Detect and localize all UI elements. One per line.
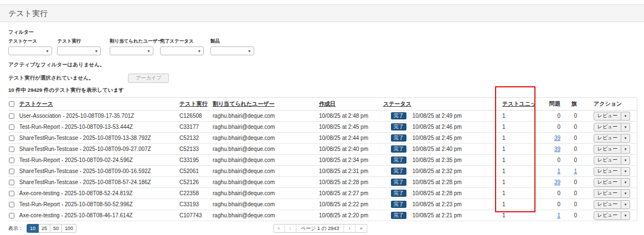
created-date: 10/08/25 at 2:20 pm: [319, 210, 383, 221]
pagination: « ‹ ページ 1 の 2943 › »: [273, 224, 367, 233]
next-page-button[interactable]: ›: [344, 224, 356, 233]
review-button[interactable]: レビュー: [594, 156, 621, 165]
issues-count[interactable]: 39: [554, 146, 560, 152]
review-button[interactable]: レビュー: [594, 112, 621, 121]
review-button[interactable]: レビュー: [594, 211, 621, 220]
review-button[interactable]: レビュー: [594, 200, 621, 209]
created-date: 10/08/25 at 2:48 pm: [319, 111, 383, 122]
review-dropdown-button[interactable]: ▾: [621, 156, 630, 165]
test-run-id: C52061: [179, 166, 213, 177]
created-date: 10/08/25 at 2:27 pm: [319, 188, 383, 199]
assigned-user-email: raghu.bhairi@deque.com: [213, 155, 319, 166]
review-button[interactable]: レビュー: [594, 178, 621, 187]
review-dropdown-button[interactable]: ▾: [621, 112, 630, 121]
review-button[interactable]: レビュー: [594, 189, 621, 198]
test-run-id: C33177: [179, 122, 213, 133]
completed-date: 10/08/25 at 2:23 pm: [413, 201, 462, 207]
row-checkbox[interactable]: [9, 147, 14, 152]
select-all-checkbox[interactable]: [9, 101, 14, 107]
caret-down-icon: ▾: [625, 213, 627, 217]
row-checkbox[interactable]: [9, 202, 14, 207]
header-test-run[interactable]: テスト実行: [179, 101, 208, 107]
review-dropdown-button[interactable]: ▾: [621, 134, 630, 143]
review-dropdown-button[interactable]: ▾: [621, 211, 630, 220]
page-size-10-button[interactable]: 10: [27, 224, 39, 233]
testcase-name: ShareTestRun-Testcase - 2025-10-08T08-57…: [19, 179, 151, 185]
issues-count[interactable]: 39: [554, 135, 560, 141]
issues-count[interactable]: 39: [554, 179, 560, 185]
completed-date: 10/08/25 at 2:35 pm: [413, 157, 462, 163]
caret-down-icon: ▾: [625, 147, 627, 151]
completed-date: 10/08/25 at 2:49 pm: [413, 113, 462, 119]
filter-select-completion-status[interactable]: ▼: [160, 46, 204, 55]
table-row: Test-Run-Report - 2025-10-08T09-02-24.59…: [8, 155, 637, 166]
review-dropdown-button[interactable]: ▾: [621, 189, 630, 198]
row-checkbox[interactable]: [9, 135, 14, 141]
review-dropdown-button[interactable]: ▾: [621, 167, 630, 176]
row-checkbox[interactable]: [9, 124, 14, 130]
header-status[interactable]: ステータス: [383, 101, 411, 107]
test-run-id: C33195: [179, 155, 213, 166]
test-run-id: C126508: [179, 111, 213, 122]
header-issues: 問題: [549, 101, 560, 107]
issues-count[interactable]: 1: [557, 212, 560, 218]
testcase-name: Test-Run-Report - 2025-10-08T09-13-53.44…: [19, 124, 133, 130]
none-selected-text: テスト実行が選択されていません。: [8, 75, 94, 82]
row-checkbox[interactable]: [9, 191, 14, 196]
page-size-100-button[interactable]: 100: [62, 224, 76, 233]
flags-count: 0: [574, 179, 577, 185]
last-page-button[interactable]: »: [356, 224, 367, 233]
issues-count: 0: [557, 113, 560, 119]
page-size-25-button[interactable]: 25: [39, 224, 50, 233]
test-units-count: 1: [497, 166, 535, 177]
test-units-count: 1: [497, 188, 535, 199]
review-dropdown-button[interactable]: ▾: [621, 200, 630, 209]
archive-button[interactable]: アーカイブ: [128, 74, 169, 83]
completed-date: 10/08/25 at 2:40 pm: [413, 146, 462, 152]
prev-page-button[interactable]: ‹: [285, 224, 296, 233]
assigned-user-email: raghu.bhairi@deque.com: [213, 133, 319, 144]
caret-down-icon: ▾: [625, 114, 627, 118]
review-button-group: レビュー ▾: [594, 112, 630, 121]
created-date: 10/08/25 at 2:40 pm: [319, 144, 383, 155]
table-header-row: テストケース テスト実行 割り当てられたユーザー 作成日 ステータス テストユニ…: [8, 98, 637, 111]
table-row: Test-Run-Report - 2025-10-08T09-13-53.44…: [8, 122, 637, 133]
testcase-name: User-Association - 2025-10-08T09-17-35.7…: [19, 113, 134, 119]
test-run-id: C22358: [179, 188, 213, 199]
review-button[interactable]: レビュー: [594, 145, 621, 154]
issues-count: 0: [557, 157, 560, 163]
created-date: 10/08/25 at 2:31 pm: [319, 166, 383, 177]
review-dropdown-button[interactable]: ▾: [621, 178, 630, 187]
testcase-name: ShareTestRun-Testcase - 2025-10-08T09-13…: [19, 135, 151, 141]
review-button[interactable]: レビュー: [594, 167, 621, 176]
page-size-50-button[interactable]: 50: [50, 224, 62, 233]
review-button[interactable]: レビュー: [594, 134, 621, 143]
table-row: Axe-core-testing - 2025-10-08T08-52-24.8…: [8, 188, 637, 199]
filter-select-product[interactable]: ▼: [210, 46, 254, 55]
filter-select-testcase[interactable]: ▼: [8, 46, 52, 55]
header-testcase[interactable]: テストケース: [19, 101, 53, 107]
review-dropdown-button[interactable]: ▾: [621, 145, 630, 154]
status-badge: 完了: [391, 168, 406, 175]
header-test-units[interactable]: テストユニット: [502, 101, 535, 107]
row-checkbox[interactable]: [9, 180, 14, 185]
status-badge: 完了: [391, 201, 406, 208]
flags-count[interactable]: 1: [574, 168, 577, 174]
test-run-id: C52132: [179, 133, 213, 144]
test-units-count: 1: [497, 122, 535, 133]
row-checkbox[interactable]: [9, 213, 14, 218]
review-dropdown-button[interactable]: ▾: [621, 123, 630, 132]
row-checkbox[interactable]: [9, 169, 14, 174]
status-badge: 完了: [391, 212, 406, 219]
row-checkbox[interactable]: [9, 158, 14, 163]
filter-label-completion-status: 完了ステータス: [160, 38, 208, 45]
review-button[interactable]: レビュー: [594, 123, 621, 132]
filter-label-testrun: テスト実行: [57, 38, 107, 45]
first-page-button[interactable]: «: [273, 224, 285, 233]
filter-select-testrun[interactable]: ▼: [57, 46, 101, 55]
row-checkbox[interactable]: [9, 113, 14, 119]
issues-count[interactable]: 1: [557, 168, 560, 174]
header-created-date[interactable]: 作成日: [319, 101, 336, 107]
header-assigned-user[interactable]: 割り当てられたユーザー: [213, 101, 275, 107]
filter-select-assigned-user[interactable]: ▼: [110, 46, 153, 55]
